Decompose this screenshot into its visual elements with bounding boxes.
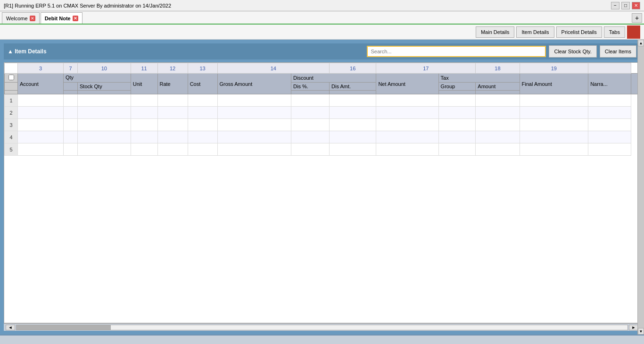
row-cell[interactable] bbox=[291, 107, 330, 119]
row-cell[interactable] bbox=[131, 131, 157, 143]
row-cell[interactable] bbox=[18, 94, 64, 107]
tab-debit-note-close[interactable]: ✕ bbox=[73, 16, 78, 21]
row-cell[interactable] bbox=[438, 143, 476, 156]
main-details-button[interactable]: Main Details bbox=[476, 26, 515, 38]
hscroll-left-arrow[interactable]: ◄ bbox=[6, 325, 15, 330]
row-cell[interactable] bbox=[291, 131, 330, 143]
row-cell[interactable] bbox=[476, 107, 520, 119]
row-cell[interactable] bbox=[157, 131, 188, 143]
clear-stock-qty-button[interactable]: Clear Stock Qty. bbox=[549, 45, 596, 58]
hscroll-track[interactable] bbox=[16, 325, 628, 330]
row-cell[interactable] bbox=[520, 94, 588, 107]
row-cell[interactable] bbox=[157, 143, 188, 156]
row-cell[interactable] bbox=[63, 119, 77, 131]
search-input[interactable] bbox=[367, 46, 546, 57]
scroll-track[interactable] bbox=[638, 46, 644, 328]
hscroll-bar[interactable]: ◄ ► bbox=[4, 323, 640, 331]
row-number: 1 bbox=[5, 94, 18, 107]
tab-debit-note[interactable]: Debit Note ✕ bbox=[41, 12, 83, 24]
row-cell[interactable] bbox=[588, 119, 631, 131]
close-button[interactable]: ✕ bbox=[632, 2, 640, 9]
tab-welcome[interactable]: Welcome ✕ bbox=[2, 12, 40, 24]
row-cell[interactable] bbox=[476, 119, 520, 131]
row-cell[interactable] bbox=[520, 143, 588, 156]
row-cell[interactable] bbox=[217, 143, 291, 156]
row-cell[interactable] bbox=[131, 94, 157, 107]
row-cell[interactable] bbox=[291, 119, 330, 131]
row-cell[interactable] bbox=[188, 143, 217, 156]
row-cell[interactable] bbox=[376, 143, 438, 156]
row-cell[interactable] bbox=[18, 107, 64, 119]
row-cell[interactable] bbox=[78, 94, 131, 107]
row-cell[interactable] bbox=[217, 119, 291, 131]
row-cell[interactable] bbox=[438, 107, 476, 119]
row-cell[interactable] bbox=[78, 107, 131, 119]
row-cell[interactable] bbox=[78, 119, 131, 131]
row-cell[interactable] bbox=[63, 131, 77, 143]
row-cell[interactable] bbox=[476, 94, 520, 107]
row-cell[interactable] bbox=[330, 119, 376, 131]
row-cell[interactable] bbox=[217, 94, 291, 107]
row-cell[interactable] bbox=[157, 94, 188, 107]
pricelist-details-button[interactable]: Pricelist Details bbox=[556, 26, 602, 38]
row-cell[interactable] bbox=[157, 107, 188, 119]
row-cell[interactable] bbox=[131, 143, 157, 156]
row-cell[interactable] bbox=[18, 143, 64, 156]
right-scrollbar[interactable]: ▲ ▼ bbox=[637, 40, 644, 335]
tab-welcome-close[interactable]: ✕ bbox=[30, 16, 35, 21]
row-cell[interactable] bbox=[188, 94, 217, 107]
row-cell[interactable] bbox=[438, 119, 476, 131]
maximize-button[interactable]: □ bbox=[621, 2, 630, 9]
tab-add-button[interactable]: + bbox=[632, 13, 642, 23]
hscroll-right-arrow[interactable]: ► bbox=[629, 325, 638, 330]
row-cell[interactable] bbox=[330, 94, 376, 107]
row-cell[interactable] bbox=[78, 143, 131, 156]
row-cell[interactable] bbox=[376, 131, 438, 143]
row-cell[interactable] bbox=[588, 107, 631, 119]
row-cell[interactable] bbox=[18, 131, 64, 143]
row-cell[interactable] bbox=[520, 131, 588, 143]
row-cell[interactable] bbox=[588, 131, 631, 143]
row-cell[interactable] bbox=[330, 131, 376, 143]
tabs-button[interactable]: Tabs bbox=[604, 26, 625, 38]
row-cell[interactable] bbox=[520, 107, 588, 119]
row-cell[interactable] bbox=[157, 119, 188, 131]
row-cell[interactable] bbox=[18, 119, 64, 131]
row-cell[interactable] bbox=[476, 143, 520, 156]
scroll-up-arrow[interactable]: ▲ bbox=[638, 40, 644, 46]
row-cell[interactable] bbox=[188, 119, 217, 131]
minimize-button[interactable]: − bbox=[611, 2, 619, 9]
row-cell[interactable] bbox=[588, 94, 631, 107]
section-header: ▲ Item Details Clear Stock Qty. Clear It… bbox=[4, 43, 640, 59]
hscroll-thumb[interactable] bbox=[17, 325, 111, 330]
scroll-down-arrow[interactable]: ▼ bbox=[638, 328, 644, 335]
row-cell[interactable] bbox=[376, 94, 438, 107]
row-cell[interactable] bbox=[217, 107, 291, 119]
row-cell[interactable] bbox=[438, 131, 476, 143]
row-cell[interactable] bbox=[131, 107, 157, 119]
row-cell[interactable] bbox=[217, 131, 291, 143]
row-cell[interactable] bbox=[131, 119, 157, 131]
row-cell[interactable] bbox=[63, 94, 77, 107]
row-cell[interactable] bbox=[476, 131, 520, 143]
row-cell[interactable] bbox=[376, 119, 438, 131]
row-cell[interactable] bbox=[520, 119, 588, 131]
grid-container[interactable]: 3 7 10 11 12 13 14 16 17 18 19 bbox=[4, 62, 640, 323]
clear-items-button[interactable]: Clear Items bbox=[600, 45, 636, 58]
grid-body: 12345 bbox=[5, 94, 640, 156]
row-cell[interactable] bbox=[63, 143, 77, 156]
row-cell[interactable] bbox=[330, 143, 376, 156]
col-num-17: 17 bbox=[376, 63, 476, 74]
row-cell[interactable] bbox=[291, 94, 330, 107]
row-cell[interactable] bbox=[330, 107, 376, 119]
row-cell[interactable] bbox=[438, 94, 476, 107]
row-cell[interactable] bbox=[63, 107, 77, 119]
row-cell[interactable] bbox=[291, 143, 330, 156]
select-all-checkbox[interactable] bbox=[8, 75, 14, 80]
row-cell[interactable] bbox=[188, 131, 217, 143]
row-cell[interactable] bbox=[78, 131, 131, 143]
row-cell[interactable] bbox=[188, 107, 217, 119]
row-cell[interactable] bbox=[588, 143, 631, 156]
item-details-button[interactable]: Item Details bbox=[516, 26, 554, 38]
row-cell[interactable] bbox=[376, 107, 438, 119]
